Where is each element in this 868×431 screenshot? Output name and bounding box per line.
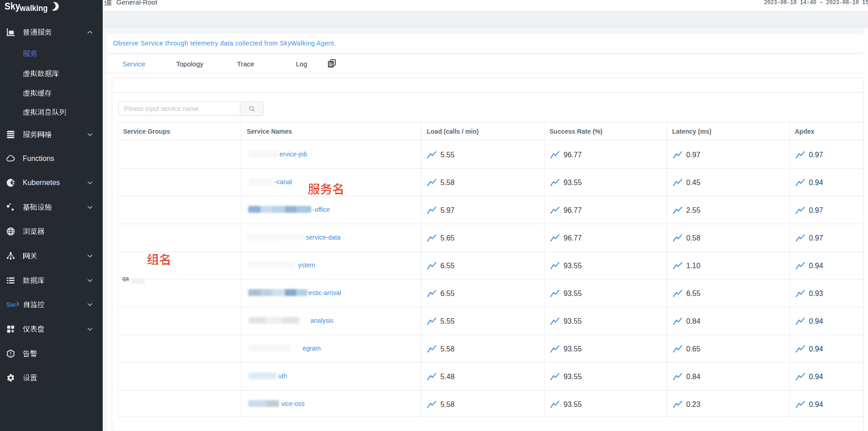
- svg-text:Sw: Sw: [6, 301, 15, 308]
